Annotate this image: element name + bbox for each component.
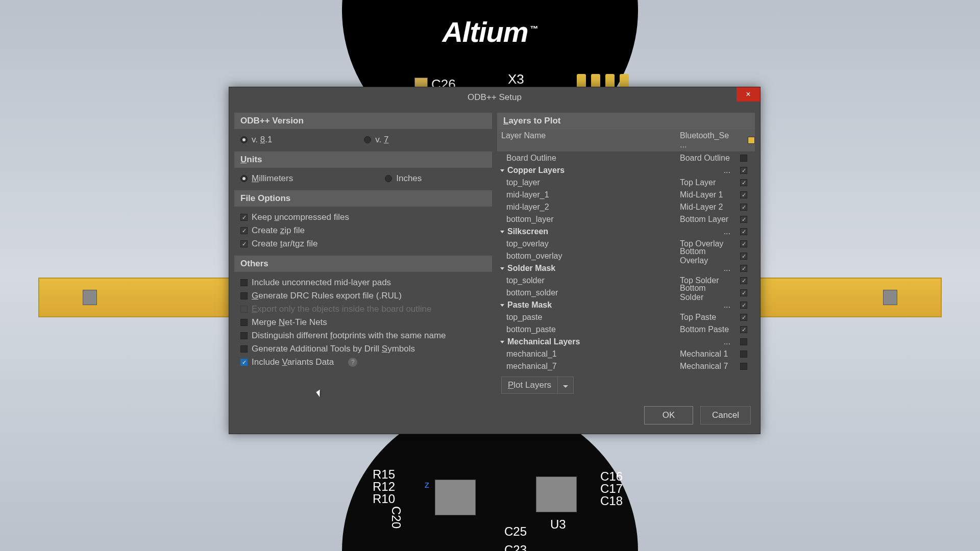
layer-check-cell[interactable] xyxy=(734,167,753,174)
layer-check-cell[interactable] xyxy=(734,228,753,235)
layer-name-cell: bottom_overlay xyxy=(497,249,676,263)
expand-caret-icon[interactable] xyxy=(500,267,504,270)
checkbox-on-icon[interactable] xyxy=(740,179,747,186)
layer-check-cell[interactable] xyxy=(734,155,753,162)
check-merge-nettie[interactable]: Merge Net-Tie Nets xyxy=(240,316,486,329)
check-create-zip[interactable]: Create zip file xyxy=(240,224,486,237)
table-row[interactable]: bottom_solderBottom Solder xyxy=(497,287,755,299)
check-distinguish-footprints[interactable]: Distinguish different footprints with th… xyxy=(240,329,486,342)
layer-check-cell[interactable] xyxy=(734,338,753,345)
layer-check-cell[interactable] xyxy=(734,204,753,211)
check-create-tar[interactable]: Create tar/tgz file xyxy=(240,237,486,251)
layer-check-cell[interactable] xyxy=(734,179,753,186)
checkbox-off-icon[interactable] xyxy=(740,338,747,345)
layer-right-cell: Board Outline xyxy=(676,152,734,165)
checkbox-on-icon[interactable] xyxy=(740,228,747,235)
layer-name-cell: mid-layer_1 xyxy=(497,188,676,202)
label-c25: C25 xyxy=(504,524,527,539)
check-midlayer-pads[interactable]: Include unconnected mid-layer pads xyxy=(240,276,486,289)
table-row[interactable]: mechanical_1Mechanical 1 xyxy=(497,348,755,360)
table-row[interactable]: Silkscreen... xyxy=(497,226,755,238)
layer-check-cell[interactable] xyxy=(734,277,753,284)
checkbox-on-icon[interactable] xyxy=(740,204,747,211)
layer-check-cell[interactable] xyxy=(734,314,753,321)
checkbox-off-icon xyxy=(240,292,248,299)
check-drill-symbols[interactable]: Generate Additional Tools by Drill Symbo… xyxy=(240,342,486,356)
check-drc-rules[interactable]: Generate DRC Rules export file (.RUL) xyxy=(240,289,486,303)
radio-millimeters[interactable]: Millimeters xyxy=(240,172,293,185)
table-row[interactable]: bottom_layerBottom Layer xyxy=(497,213,755,226)
radio-v7-label: v. 7 xyxy=(375,135,388,145)
layer-check-cell[interactable] xyxy=(734,289,753,296)
layer-right-cell: ... xyxy=(676,164,734,177)
radio-v7[interactable]: v. 7 xyxy=(364,133,388,146)
plot-layers-button[interactable]: Plot Layers xyxy=(501,377,574,394)
layer-check-cell[interactable] xyxy=(734,253,753,260)
right-panel: Layers to Plot Layer Name Bluetooth_Se .… xyxy=(497,113,755,394)
table-rows[interactable]: Board OutlineBoard OutlineCopper Layers.… xyxy=(497,152,755,370)
layer-check-cell[interactable] xyxy=(734,191,753,198)
checkbox-on-icon[interactable] xyxy=(740,216,747,223)
checkbox-on-icon[interactable] xyxy=(740,167,747,174)
checkbox-on-icon[interactable] xyxy=(740,191,747,198)
layer-check-cell[interactable] xyxy=(734,240,753,247)
plot-layers-dropdown[interactable] xyxy=(558,377,573,393)
ok-button[interactable]: OK xyxy=(644,406,693,424)
checkbox-on-icon[interactable] xyxy=(740,302,747,309)
pcb-comp-right xyxy=(883,290,897,305)
check-drill-label: Generate Additional Tools by Drill Symbo… xyxy=(252,344,415,354)
checkbox-on-icon[interactable] xyxy=(740,326,747,333)
layer-right-cell: ... xyxy=(676,262,734,275)
checkbox-off-icon[interactable] xyxy=(740,363,747,370)
checkbox-on-icon[interactable] xyxy=(740,314,747,321)
label-c23: C23 xyxy=(504,543,527,551)
chip-right xyxy=(536,477,577,512)
dialog-title: ODB++ Setup xyxy=(468,92,522,103)
close-button[interactable]: × xyxy=(737,87,760,102)
checkbox-off-icon[interactable] xyxy=(740,155,747,162)
layer-name: top_paste xyxy=(506,313,542,321)
layer-check-cell[interactable] xyxy=(734,363,753,370)
caret-down-icon xyxy=(563,385,568,388)
table-row[interactable]: top_pasteTop Paste xyxy=(497,311,755,323)
layer-check-cell[interactable] xyxy=(734,350,753,358)
checkbox-on-icon[interactable] xyxy=(740,240,747,247)
checkbox-on-icon[interactable] xyxy=(740,253,747,260)
table-row[interactable]: bottom_overlayBottom Overlay xyxy=(497,250,755,262)
layer-name: Silkscreen xyxy=(507,227,548,236)
checkbox-checked-blue-icon xyxy=(240,359,248,366)
radio-inches[interactable]: Inches xyxy=(385,172,422,185)
layer-check-cell[interactable] xyxy=(734,326,753,333)
expand-caret-icon[interactable] xyxy=(500,231,504,233)
table-header[interactable]: Layer Name Bluetooth_Se ... xyxy=(497,129,755,152)
layer-check-cell[interactable] xyxy=(734,265,753,272)
checkbox-on-icon[interactable] xyxy=(740,265,747,272)
checkbox-off-icon[interactable] xyxy=(740,350,747,358)
table-row[interactable]: Paste Mask... xyxy=(497,299,755,311)
expand-caret-icon[interactable] xyxy=(500,169,504,172)
table-row[interactable]: Board OutlineBoard Outline xyxy=(497,152,755,164)
checkbox-on-icon[interactable] xyxy=(740,277,747,284)
layer-check-cell[interactable] xyxy=(734,302,753,309)
table-row[interactable]: top_layerTop Layer xyxy=(497,177,755,189)
layer-name: bottom_solder xyxy=(506,288,558,297)
table-row[interactable]: mid-layer_1Mid-Layer 1 xyxy=(497,189,755,201)
help-icon[interactable]: ? xyxy=(348,358,357,367)
title-bar[interactable]: ODB++ Setup × xyxy=(229,87,760,108)
check-include-variants[interactable]: Include Variants Data ? xyxy=(240,356,486,369)
cancel-button[interactable]: Cancel xyxy=(700,406,751,424)
checkbox-on-icon[interactable] xyxy=(740,289,747,296)
radio-dot-off-icon xyxy=(385,175,392,182)
layer-check-cell[interactable] xyxy=(734,216,753,223)
table-row[interactable]: mid-layer_2Mid-Layer 2 xyxy=(497,201,755,213)
radio-v81[interactable]: v. 8.1 xyxy=(240,133,272,146)
table-row[interactable]: bottom_pasteBottom Paste xyxy=(497,323,755,336)
table-row[interactable]: Mechanical Layers... xyxy=(497,336,755,348)
expand-caret-icon[interactable] xyxy=(500,304,504,307)
check-keep-uncompressed[interactable]: Keep uncompressed files xyxy=(240,211,486,224)
table-row[interactable]: Copper Layers... xyxy=(497,164,755,177)
table-row[interactable]: Solder Mask... xyxy=(497,262,755,274)
expand-caret-icon[interactable] xyxy=(500,341,504,343)
section-file-options-header: File Options xyxy=(234,190,492,207)
layer-right-cell: Top Paste xyxy=(676,311,734,324)
